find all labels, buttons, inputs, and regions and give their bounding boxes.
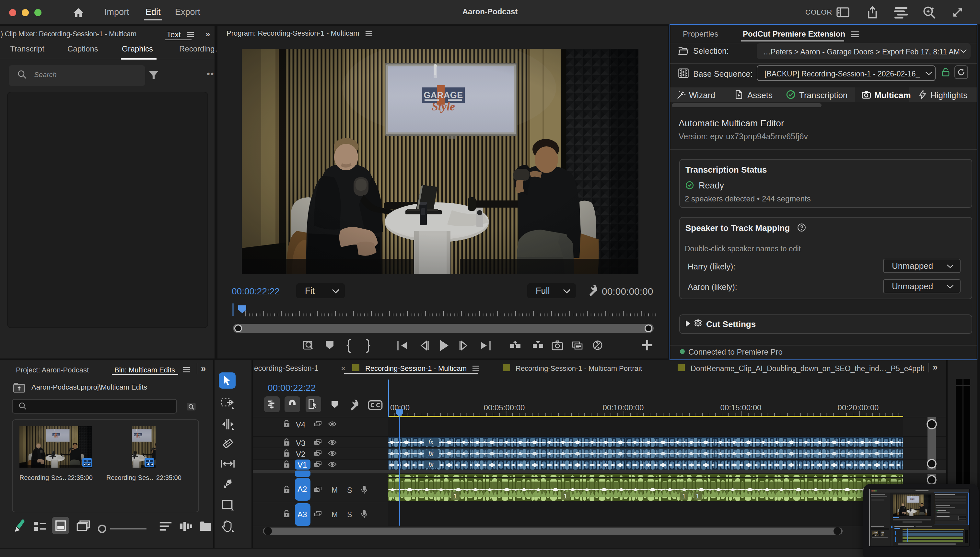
svg-text:M: M (332, 510, 338, 519)
svg-text:1: 1 (696, 493, 699, 500)
svg-text:M: M (332, 486, 338, 494)
svg-text:fx: fx (428, 450, 434, 457)
svg-text:00:10:00:00: 00:10:00:00 (603, 403, 644, 412)
svg-text:1: 1 (453, 493, 457, 500)
svg-text:fx: fx (428, 461, 434, 468)
svg-text:1: 1 (682, 493, 686, 500)
svg-text:00:05:00:00: 00:05:00:00 (484, 403, 525, 412)
svg-text:00:15:00:00: 00:15:00:00 (720, 403, 761, 412)
svg-text:S: S (347, 486, 352, 495)
svg-text:1: 1 (564, 493, 567, 500)
svg-text:fx: fx (428, 438, 434, 446)
svg-text:00:20:00:00: 00:20:00:00 (838, 403, 879, 412)
svg-text:S: S (347, 510, 352, 519)
